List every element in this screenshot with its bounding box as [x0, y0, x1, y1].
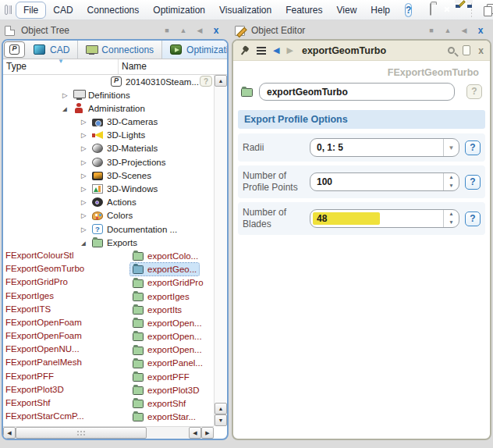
dock-button[interactable]: [427, 27, 436, 34]
scroll-up-button[interactable]: [215, 75, 227, 87]
expand-arrow-icon[interactable]: [81, 131, 90, 139]
tree-row[interactable]: FExportGridProexportGridPro: [3, 276, 214, 290]
column-header-name[interactable]: Name: [119, 59, 227, 74]
expand-arrow-icon[interactable]: [62, 105, 71, 112]
maximize-button[interactable]: [443, 27, 452, 34]
profile-points-input[interactable]: [310, 173, 443, 190]
tab-cad[interactable]: CAD: [26, 41, 78, 59]
expand-arrow-icon[interactable]: [81, 185, 90, 193]
expand-arrow-icon[interactable]: [81, 198, 90, 206]
tree-row[interactable]: Definitions: [3, 88, 214, 101]
tree-row[interactable]: FExportOpenFoamexportOpen...: [3, 330, 214, 343]
tab-project[interactable]: [4, 41, 25, 58]
expand-arrow-icon[interactable]: [81, 172, 90, 180]
radii-combobox[interactable]: [310, 138, 459, 157]
expand-arrow-icon[interactable]: [62, 91, 71, 99]
maximize-button[interactable]: [179, 27, 188, 34]
expand-arrow-icon[interactable]: [81, 212, 90, 219]
menu-item[interactable]: Features: [278, 2, 329, 18]
scroll-right-button[interactable]: [201, 427, 214, 439]
tree-row[interactable]: 3D-Scenes: [3, 169, 214, 182]
help-ghost-button[interactable]: [200, 76, 212, 87]
tree-row[interactable]: FExportColourStlexportColo...: [3, 249, 214, 262]
menu-item[interactable]: Connections: [80, 2, 147, 18]
expand-arrow-icon[interactable]: [81, 226, 90, 233]
profile-points-spinner[interactable]: [310, 172, 459, 191]
field-help-button[interactable]: [465, 212, 481, 226]
chevron-down-icon[interactable]: [443, 139, 459, 156]
tree-row[interactable]: 3D-Windows: [3, 183, 214, 196]
forward-button[interactable]: [286, 45, 293, 55]
menu-item[interactable]: CAD: [46, 2, 80, 18]
tree-row[interactable]: FExportPanelMeshexportPanel...: [3, 357, 214, 370]
tree-horizontal-scrollbar[interactable]: [3, 426, 214, 439]
window-panel-icon[interactable]: [5, 5, 8, 15]
tab-optimization[interactable]: Optimization: [162, 41, 229, 59]
collapse-button[interactable]: [195, 27, 204, 34]
scroll-track[interactable]: [147, 427, 189, 439]
tree-row[interactable]: FExportStarCcmP...exportStar...: [3, 411, 214, 424]
tree-row[interactable]: FExportIgesexportIges: [3, 290, 214, 303]
save-icon[interactable]: [452, 4, 454, 16]
spin-down-icon[interactable]: [444, 182, 459, 190]
close-session-icon[interactable]: [442, 4, 443, 16]
menu-item[interactable]: Help: [364, 2, 397, 18]
copy-object-icon[interactable]: [483, 4, 484, 16]
scroll-down-button[interactable]: [215, 414, 227, 426]
new-project-icon[interactable]: [430, 4, 431, 16]
tree-row[interactable]: 3D-Projections: [3, 155, 214, 169]
spin-up-icon[interactable]: [444, 210, 459, 219]
tree-row[interactable]: 3D-Materials: [3, 142, 214, 155]
tree-row[interactable]: 20140310Steam...: [3, 75, 214, 88]
expand-arrow-icon[interactable]: [81, 158, 90, 166]
tree-row[interactable]: FExportITSexportIts: [3, 303, 214, 316]
close-panel-button[interactable]: [476, 25, 485, 36]
tree-row[interactable]: FExportShfexportShf: [3, 397, 214, 411]
tree-row[interactable]: FExportPFFexportPFF: [3, 370, 214, 383]
spin-up-icon[interactable]: [444, 173, 459, 182]
tree-row[interactable]: Exports: [3, 236, 214, 249]
blades-spinner[interactable]: [310, 209, 459, 228]
help-ghost-button[interactable]: [466, 84, 482, 99]
tree-row[interactable]: FExportPlot3DexportPlot3D: [3, 383, 214, 396]
tree-row[interactable]: FExportGeomTurboexportGeo...: [3, 263, 214, 276]
collapse-button[interactable]: [459, 27, 469, 34]
menu-item[interactable]: Optimization: [146, 2, 212, 18]
tab-connections[interactable]: Connections: [78, 41, 162, 59]
scroll-left-button[interactable]: [189, 427, 201, 439]
close-editor-icon[interactable]: [478, 45, 484, 56]
blades-input[interactable]: [310, 210, 443, 227]
menu-item[interactable]: Visualization: [212, 2, 278, 18]
menu-item[interactable]: File: [16, 2, 46, 19]
tree-row[interactable]: 3D-Cameras: [3, 116, 214, 129]
menu-list-icon[interactable]: [257, 47, 266, 55]
radii-input[interactable]: [310, 139, 443, 156]
expand-arrow-icon[interactable]: [81, 239, 90, 247]
tree-vertical-scrollbar[interactable]: [214, 75, 226, 426]
menu-item[interactable]: View: [330, 2, 364, 18]
object-name-input[interactable]: [259, 83, 455, 101]
save-as-icon[interactable]: [464, 4, 466, 16]
scroll-up-button[interactable]: [215, 403, 227, 414]
tree-row[interactable]: Colors: [3, 209, 214, 222]
tree-row[interactable]: FExportOpenFoamexportOpen...: [3, 316, 214, 329]
scroll-left-button[interactable]: [3, 427, 16, 439]
tree-row[interactable]: Administration: [3, 101, 214, 115]
tree-row[interactable]: Documentation ...: [3, 222, 214, 236]
tree-row[interactable]: 3D-Lights: [3, 129, 214, 142]
pin-icon[interactable]: [237, 43, 251, 57]
spin-down-icon[interactable]: [444, 219, 459, 227]
search-icon[interactable]: [448, 47, 455, 54]
help-icon[interactable]: ?: [405, 3, 412, 17]
tree-row[interactable]: Actions: [3, 196, 214, 209]
field-help-button[interactable]: [465, 140, 481, 155]
dock-button[interactable]: [162, 27, 172, 34]
tree-row[interactable]: FExportOpenNU...exportOpen...: [3, 343, 214, 357]
back-button[interactable]: [273, 45, 279, 55]
detach-page-icon[interactable]: [463, 45, 470, 55]
close-panel-button[interactable]: [211, 25, 221, 36]
scroll-track[interactable]: [215, 87, 226, 403]
scroll-thumb[interactable]: [16, 427, 147, 439]
expand-arrow-icon[interactable]: [81, 118, 90, 126]
expand-arrow-icon[interactable]: [81, 144, 90, 152]
